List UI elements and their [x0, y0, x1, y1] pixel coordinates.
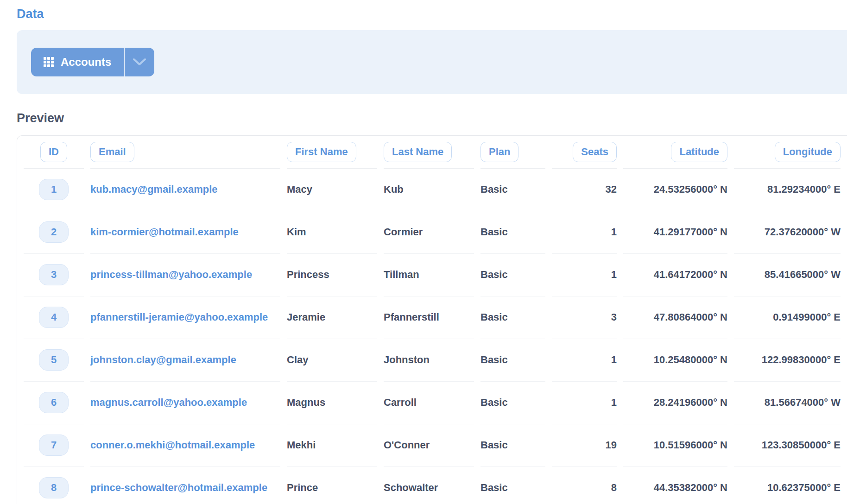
data-source-panel: Accounts	[17, 30, 847, 94]
page: Data Accounts	[0, 0, 847, 504]
cell-longitude: 0.91499000° E	[734, 296, 841, 339]
column-header-pill-last_name[interactable]: Last Name	[384, 142, 452, 162]
cell-id: 3	[24, 254, 84, 296]
preview-section-title: Preview	[17, 111, 847, 126]
cell-id: 6	[24, 382, 84, 424]
cell-first_name: Kim	[287, 211, 377, 254]
cell-latitude: 47.80864000° N	[623, 296, 727, 339]
cell-last_name: Tillman	[384, 254, 474, 296]
cell-first_name: Princess	[287, 254, 377, 296]
cell-last_name: Cormier	[384, 211, 474, 254]
cell-first_name: Mekhi	[287, 424, 377, 467]
column-header-cell-longitude: Longitude	[734, 136, 841, 169]
cell-seats: 1	[552, 211, 617, 254]
cell-longitude: 72.37620000° W	[734, 211, 841, 254]
column-header-pill-first_name[interactable]: First Name	[287, 142, 356, 162]
cell-plan: Basic	[480, 211, 545, 254]
cell-seats: 1	[552, 254, 617, 296]
cell-last_name: O'Conner	[384, 424, 474, 467]
table-row: 1kub.macy@gmail.exampleMacyKubBasic3224.…	[24, 169, 841, 211]
column-header-pill-email[interactable]: Email	[90, 142, 134, 162]
table-row: 2kim-cormier@hotmail.exampleKimCormierBa…	[24, 211, 841, 254]
cell-last_name: Johnston	[384, 339, 474, 382]
cell-seats: 3	[552, 296, 617, 339]
cell-email: johnston.clay@gmail.example	[90, 339, 280, 382]
cell-plan: Basic	[480, 382, 545, 424]
accounts-table-button-label: Accounts	[61, 56, 111, 69]
row-id-badge: 1	[39, 179, 69, 200]
table-row: 4pfannerstill-jeramie@yahoo.exampleJeram…	[24, 296, 841, 339]
cell-plan: Basic	[480, 296, 545, 339]
column-header-pill-longitude[interactable]: Longitude	[775, 142, 841, 162]
cell-plan: Basic	[480, 254, 545, 296]
cell-latitude: 41.64172000° N	[623, 254, 727, 296]
column-header-cell-last_name: Last Name	[384, 136, 474, 169]
preview-table: IDEmailFirst NameLast NamePlanSeatsLatit…	[17, 136, 847, 504]
cell-latitude: 28.24196000° N	[623, 382, 727, 424]
cell-id: 5	[24, 339, 84, 382]
column-header-pill-id[interactable]: ID	[40, 142, 67, 162]
column-header-pill-latitude[interactable]: Latitude	[671, 142, 727, 162]
accounts-table-button[interactable]: Accounts	[31, 48, 124, 76]
row-id-badge: 2	[39, 221, 69, 243]
cell-email: magnus.carroll@yahoo.example	[90, 382, 280, 424]
cell-last_name: Kub	[384, 169, 474, 211]
cell-longitude: 122.99830000° E	[734, 339, 841, 382]
column-header-cell-id: ID	[24, 136, 84, 169]
column-header-cell-seats: Seats	[552, 136, 617, 169]
preview-table-card: IDEmailFirst NameLast NamePlanSeatsLatit…	[17, 135, 847, 504]
cell-plan: Basic	[480, 467, 545, 504]
table-selector-split-button: Accounts	[31, 48, 154, 76]
column-header-cell-email: Email	[90, 136, 280, 169]
cell-last_name: Carroll	[384, 382, 474, 424]
cell-plan: Basic	[480, 424, 545, 467]
column-header-cell-plan: Plan	[480, 136, 545, 169]
cell-seats: 8	[552, 467, 617, 504]
table-body: 1kub.macy@gmail.exampleMacyKubBasic3224.…	[24, 169, 841, 504]
cell-email: conner.o.mekhi@hotmail.example	[90, 424, 280, 467]
cell-id: 2	[24, 211, 84, 254]
table-header: IDEmailFirst NameLast NamePlanSeatsLatit…	[24, 136, 841, 169]
cell-seats: 19	[552, 424, 617, 467]
chevron-down-icon	[133, 58, 146, 66]
row-id-badge: 8	[39, 477, 69, 498]
cell-seats: 32	[552, 169, 617, 211]
table-row: 8prince-schowalter@hotmail.examplePrince…	[24, 467, 841, 504]
cell-plan: Basic	[480, 339, 545, 382]
cell-email: princess-tillman@yahoo.example	[90, 254, 280, 296]
cell-first_name: Macy	[287, 169, 377, 211]
row-id-badge: 7	[39, 435, 69, 456]
cell-first_name: Clay	[287, 339, 377, 382]
row-id-badge: 3	[39, 264, 69, 285]
cell-latitude: 24.53256000° N	[623, 169, 727, 211]
cell-email: kub.macy@gmail.example	[90, 169, 280, 211]
cell-id: 7	[24, 424, 84, 467]
table-row: 5johnston.clay@gmail.exampleClayJohnston…	[24, 339, 841, 382]
cell-last_name: Pfannerstill	[384, 296, 474, 339]
table-row: 6magnus.carroll@yahoo.exampleMagnusCarro…	[24, 382, 841, 424]
cell-id: 1	[24, 169, 84, 211]
cell-longitude: 85.41665000° W	[734, 254, 841, 296]
cell-seats: 1	[552, 339, 617, 382]
column-header-cell-first_name: First Name	[287, 136, 377, 169]
cell-plan: Basic	[480, 169, 545, 211]
table-selector-dropdown-button[interactable]	[125, 48, 154, 76]
cell-longitude: 123.30850000° E	[734, 424, 841, 467]
cell-last_name: Schowalter	[384, 467, 474, 504]
cell-first_name: Jeramie	[287, 296, 377, 339]
column-header-cell-latitude: Latitude	[623, 136, 727, 169]
data-section-title: Data	[17, 6, 847, 22]
column-header-pill-seats[interactable]: Seats	[573, 142, 617, 162]
cell-seats: 1	[552, 382, 617, 424]
cell-longitude: 10.62375000° E	[734, 467, 841, 504]
cell-first_name: Magnus	[287, 382, 377, 424]
cell-latitude: 41.29177000° N	[623, 211, 727, 254]
row-id-badge: 6	[39, 392, 69, 413]
row-id-badge: 5	[39, 349, 69, 371]
cell-email: pfannerstill-jeramie@yahoo.example	[90, 296, 280, 339]
cell-longitude: 81.56674000° W	[734, 382, 841, 424]
cell-id: 4	[24, 296, 84, 339]
cell-email: prince-schowalter@hotmail.example	[90, 467, 280, 504]
table-row: 3princess-tillman@yahoo.examplePrincessT…	[24, 254, 841, 296]
column-header-pill-plan[interactable]: Plan	[480, 142, 518, 162]
